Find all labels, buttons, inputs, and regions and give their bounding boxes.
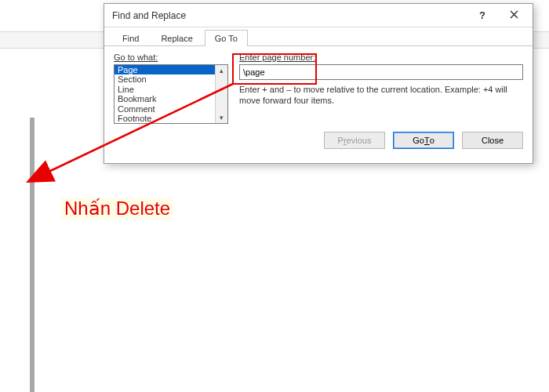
tab-goto[interactable]: Go To [205, 30, 248, 46]
goto-what-label: Go to what: [114, 53, 228, 62]
list-item[interactable]: Comment [115, 104, 227, 114]
list-item[interactable]: Line [115, 85, 227, 94]
chevron-down-icon: ▾ [220, 112, 224, 123]
help-icon: ? [479, 9, 485, 21]
titlebar: Find and Replace ? [104, 4, 533, 27]
annotation-text: Nhấn Delete [61, 198, 173, 220]
list-item[interactable]: Page [115, 65, 227, 74]
help-button[interactable]: ? [467, 5, 498, 27]
tab-find[interactable]: Find [112, 30, 149, 46]
goto-button[interactable]: Go To [393, 132, 454, 149]
close-icon [510, 9, 518, 21]
previous-button[interactable]: Previous [324, 132, 385, 149]
dialog-title: Find and Replace [112, 10, 186, 21]
close-button[interactable] [498, 5, 529, 27]
dialog-body: Go to what: Page Section Line Bookmark C… [104, 46, 533, 132]
goto-what-listbox[interactable]: Page Section Line Bookmark Comment Footn… [114, 64, 228, 124]
enter-page-label: Enter page number: [239, 53, 523, 62]
tab-strip: Find Replace Go To [104, 27, 533, 46]
chevron-up-icon: ▴ [220, 65, 224, 76]
list-item[interactable]: Section [115, 74, 227, 84]
dialog-button-row: Previous Go To Close [104, 132, 533, 158]
close-dialog-button[interactable]: Close [462, 132, 523, 149]
list-item[interactable]: Bookmark [115, 94, 227, 103]
tab-replace[interactable]: Replace [151, 30, 202, 46]
page-number-input[interactable] [239, 64, 523, 80]
page-gutter [30, 118, 35, 392]
list-item[interactable]: Footnote [115, 114, 227, 123]
listbox-scrollbar[interactable]: ▴ ▾ [215, 65, 227, 123]
goto-hint-text: Enter + and – to move relative to the cu… [239, 85, 523, 107]
find-replace-dialog: Find and Replace ? Find Replace Go To Go… [104, 3, 533, 164]
